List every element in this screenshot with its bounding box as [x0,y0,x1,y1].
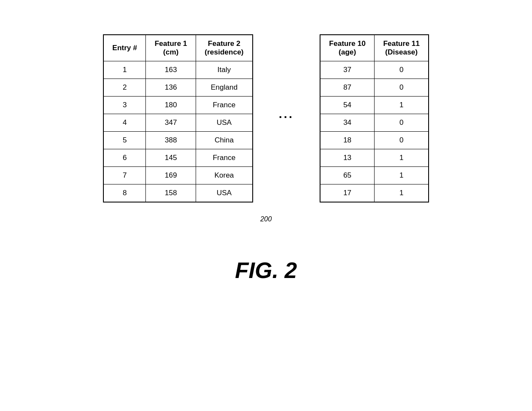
table-row: 4347USA [103,114,253,132]
right-header-f11: Feature 11(Disease) [375,35,429,61]
table-row: 340 [320,114,429,132]
table-cell: 6 [103,149,146,167]
left-table: Entry # Feature 1(cm) Feature 2(residenc… [103,34,253,202]
table-row: 2136England [103,79,253,97]
table-cell: 18 [320,132,375,149]
table-cell: 5 [103,132,146,149]
table-row: 8158USA [103,184,253,202]
fig-title: FIG. 2 [235,257,297,283]
table-cell: 1 [375,184,429,202]
table-cell: 388 [146,132,196,149]
left-header-entry: Entry # [103,35,146,61]
table-cell: 180 [146,97,196,114]
table-cell: China [196,132,253,149]
table-row: 1163Italy [103,61,253,79]
table-cell: 54 [320,97,375,114]
ellipsis: ... [279,107,294,121]
table-row: 7169Korea [103,167,253,184]
table-cell: USA [196,114,253,132]
table-row: 370 [320,61,429,79]
table-cell: 13 [320,149,375,167]
table-cell: 87 [320,79,375,97]
table-cell: 347 [146,114,196,132]
table-cell: 0 [375,79,429,97]
table-cell: 158 [146,184,196,202]
table-cell: France [196,149,253,167]
table-row: 131 [320,149,429,167]
table-cell: 65 [320,167,375,184]
table-cell: 1 [375,149,429,167]
table-cell: 7 [103,167,146,184]
table-cell: France [196,97,253,114]
main-container: Entry # Feature 1(cm) Feature 2(residenc… [0,0,532,283]
table-row: 541 [320,97,429,114]
table-cell: 136 [146,79,196,97]
table-cell: 2 [103,79,146,97]
table-cell: USA [196,184,253,202]
left-header-f2: Feature 2(residence) [196,35,253,61]
table-row: 180 [320,132,429,149]
table-cell: 169 [146,167,196,184]
right-header-f10: Feature 10(age) [320,35,375,61]
table-cell: England [196,79,253,97]
table-row: 171 [320,184,429,202]
tables-row: Entry # Feature 1(cm) Feature 2(residenc… [103,34,429,202]
figure-label: 200 [260,215,272,223]
table-row: 651 [320,167,429,184]
table-cell: 17 [320,184,375,202]
table-cell: 0 [375,132,429,149]
table-cell: 4 [103,114,146,132]
table-cell: 3 [103,97,146,114]
table-row: 6145France [103,149,253,167]
table-cell: 8 [103,184,146,202]
table-row: 870 [320,79,429,97]
table-cell: Italy [196,61,253,79]
table-cell: 34 [320,114,375,132]
right-table: Feature 10(age) Feature 11(Disease) 3708… [320,34,429,202]
table-cell: 1 [375,167,429,184]
table-cell: 1 [375,97,429,114]
table-cell: 0 [375,114,429,132]
table-cell: 163 [146,61,196,79]
table-row: 3180France [103,97,253,114]
table-cell: 37 [320,61,375,79]
left-header-f1: Feature 1(cm) [146,35,196,61]
table-row: 5388China [103,132,253,149]
table-cell: 145 [146,149,196,167]
table-cell: 0 [375,61,429,79]
table-cell: 1 [103,61,146,79]
table-cell: Korea [196,167,253,184]
